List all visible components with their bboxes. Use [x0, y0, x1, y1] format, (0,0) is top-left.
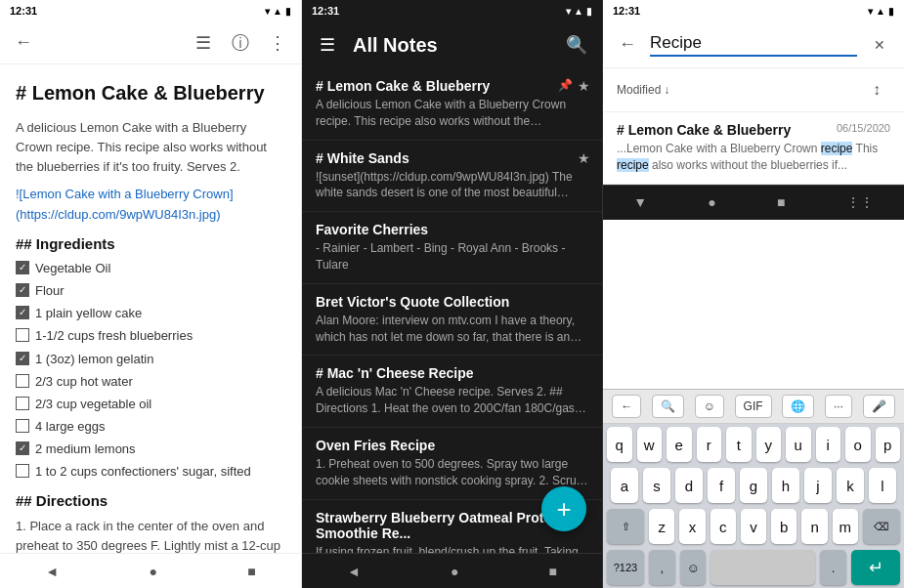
- key-m[interactable]: m: [833, 509, 858, 544]
- kb-more-btn[interactable]: ···: [825, 395, 852, 418]
- note-list-preview: A delicious Mac 'n' Cheese recipe. Serve…: [316, 384, 588, 417]
- checklist-item: ✓Vegetable Oil: [16, 259, 285, 278]
- checklist-icon[interactable]: ☰: [190, 29, 217, 57]
- note-list-item[interactable]: Bret Victor's Quote CollectionAlan Moore…: [302, 284, 602, 357]
- key-period[interactable]: .: [820, 550, 846, 585]
- key-q[interactable]: q: [607, 427, 632, 462]
- key-space[interactable]: [710, 550, 815, 585]
- note-list-item[interactable]: # Mac 'n' Cheese RecipeA delicious Mac '…: [302, 356, 602, 428]
- new-note-fab[interactable]: +: [541, 486, 586, 531]
- checkbox[interactable]: [16, 328, 29, 342]
- nav-home-panel1[interactable]: ●: [137, 558, 168, 585]
- key-s[interactable]: s: [643, 468, 670, 503]
- search-icon-list[interactable]: 🔍: [563, 31, 590, 59]
- highlight1: recipe: [821, 142, 853, 155]
- notes-list[interactable]: # Lemon Cake & BlueberryA delicious Lemo…: [302, 68, 602, 553]
- key-p[interactable]: p: [876, 427, 901, 462]
- note-list-item[interactable]: # White Sands![sunset](https://cldup.com…: [302, 141, 602, 213]
- checkbox[interactable]: [16, 374, 29, 388]
- time-panel3: 12:31: [613, 5, 640, 17]
- note-list-item[interactable]: # Lemon Cake & BlueberryA delicious Lemo…: [302, 68, 602, 141]
- search-result-title: # Lemon Cake & Blueberry 06/15/2020: [617, 122, 890, 138]
- nav-square-panel1[interactable]: ■: [236, 558, 267, 585]
- key-emoji-main[interactable]: ☺: [680, 550, 707, 585]
- kb-mic-btn[interactable]: 🎤: [863, 395, 895, 418]
- key-b[interactable]: b: [771, 509, 796, 544]
- checkbox[interactable]: [16, 464, 29, 478]
- virtual-keyboard: ← 🔍 ☺ GIF 🌐 ··· 🎤 q w e r t y u i o p a …: [603, 389, 904, 588]
- keyboard-row-1: q w e r t y u i o p: [603, 424, 904, 465]
- key-u[interactable]: u: [786, 427, 811, 462]
- note-content-area[interactable]: # Lemon Cake & Blueberry A delicious Lem…: [0, 64, 301, 553]
- key-i[interactable]: i: [816, 427, 841, 462]
- checkbox[interactable]: ✓: [16, 306, 29, 319]
- menu-icon[interactable]: ☰: [314, 31, 341, 59]
- checklist-label: 2/3 cup hot water: [35, 372, 133, 392]
- key-c[interactable]: c: [710, 509, 736, 544]
- nav-square-panel2[interactable]: ■: [537, 558, 568, 585]
- key-g[interactable]: g: [740, 468, 767, 503]
- sort-label[interactable]: Modified ↓: [617, 83, 669, 97]
- checkbox[interactable]: [16, 419, 29, 433]
- kb-emoji-btn[interactable]: ☺: [695, 395, 724, 418]
- more-options-button[interactable]: ⋮: [264, 29, 291, 57]
- checkbox[interactable]: [16, 397, 29, 410]
- key-enter[interactable]: ↵: [851, 550, 900, 585]
- note-list-item[interactable]: Favorite Cherries- Rainier - Lambert - B…: [302, 212, 602, 284]
- status-bar-panel1: 12:31 ▾ ▲ ▮: [0, 0, 301, 21]
- checklist: ✓Vegetable Oil✓Flour✓1 plain yellow cake…: [16, 259, 285, 482]
- signal-icon: ▲: [273, 6, 282, 17]
- key-v[interactable]: v: [741, 509, 766, 544]
- keyboard-row-3: ⇧ z x c v b n m ⌫: [603, 506, 904, 547]
- kb-gif-btn[interactable]: GIF: [735, 395, 772, 418]
- kb-translate-btn[interactable]: 🌐: [782, 395, 814, 418]
- nav-back-panel2[interactable]: ◄: [335, 558, 372, 585]
- nav-home-panel3[interactable]: ●: [696, 189, 727, 216]
- key-e[interactable]: e: [667, 427, 692, 462]
- key-shift[interactable]: ⇧: [607, 509, 644, 544]
- clear-search-button[interactable]: ✕: [867, 31, 892, 59]
- key-comma[interactable]: ,: [649, 550, 675, 585]
- checkbox[interactable]: ✓: [16, 352, 29, 365]
- wifi-icon3: ▾: [868, 6, 873, 17]
- key-123[interactable]: ?123: [607, 550, 644, 585]
- key-z[interactable]: z: [649, 509, 674, 544]
- nav-back-panel3[interactable]: ▼: [622, 189, 659, 216]
- kb-search-btn[interactable]: 🔍: [652, 395, 684, 418]
- nav-grid-panel3[interactable]: ⋮⋮: [835, 189, 885, 216]
- back-button[interactable]: ←: [10, 29, 37, 57]
- note-list-title: # Mac 'n' Cheese Recipe: [316, 365, 588, 381]
- key-t[interactable]: t: [726, 427, 752, 462]
- key-backspace[interactable]: ⌫: [863, 509, 900, 544]
- search-input[interactable]: [650, 33, 857, 57]
- key-a[interactable]: a: [611, 468, 638, 503]
- key-j[interactable]: j: [804, 468, 832, 503]
- search-panel: 12:31 ▾ ▲ ▮ ← ✕ Modified ↓ ↕ # Lemon Cak…: [603, 0, 904, 588]
- key-d[interactable]: d: [675, 468, 703, 503]
- checklist-label: 1-1/2 cups fresh blueberries: [35, 326, 193, 346]
- key-f[interactable]: f: [708, 468, 735, 503]
- key-n[interactable]: n: [801, 509, 827, 544]
- checkbox[interactable]: ✓: [16, 261, 29, 274]
- back-button-search[interactable]: ←: [615, 31, 640, 59]
- note-list-preview: 1. Preheat oven to 500 degrees. Spray tw…: [316, 456, 588, 489]
- highlight2: recipe: [617, 158, 649, 172]
- key-o[interactable]: o: [845, 427, 871, 462]
- key-x[interactable]: x: [679, 509, 705, 544]
- key-l[interactable]: l: [869, 468, 896, 503]
- nav-square-panel3[interactable]: ■: [765, 189, 796, 216]
- sort-toggle-icon[interactable]: ↕: [863, 76, 890, 104]
- key-r[interactable]: r: [697, 427, 722, 462]
- info-icon[interactable]: ⓘ: [227, 29, 254, 57]
- key-w[interactable]: w: [637, 427, 663, 462]
- nav-back-panel1[interactable]: ◄: [33, 558, 70, 585]
- kb-back-btn[interactable]: ←: [612, 395, 641, 418]
- key-k[interactable]: k: [837, 468, 864, 503]
- search-result-item[interactable]: # Lemon Cake & Blueberry 06/15/2020 ...L…: [603, 112, 904, 185]
- nav-home-panel2[interactable]: ●: [439, 558, 470, 585]
- key-y[interactable]: y: [756, 427, 782, 462]
- checkbox[interactable]: ✓: [16, 283, 29, 297]
- search-results-header: Modified ↓ ↕: [603, 68, 904, 112]
- key-h[interactable]: h: [772, 468, 799, 503]
- checkbox[interactable]: ✓: [16, 441, 29, 455]
